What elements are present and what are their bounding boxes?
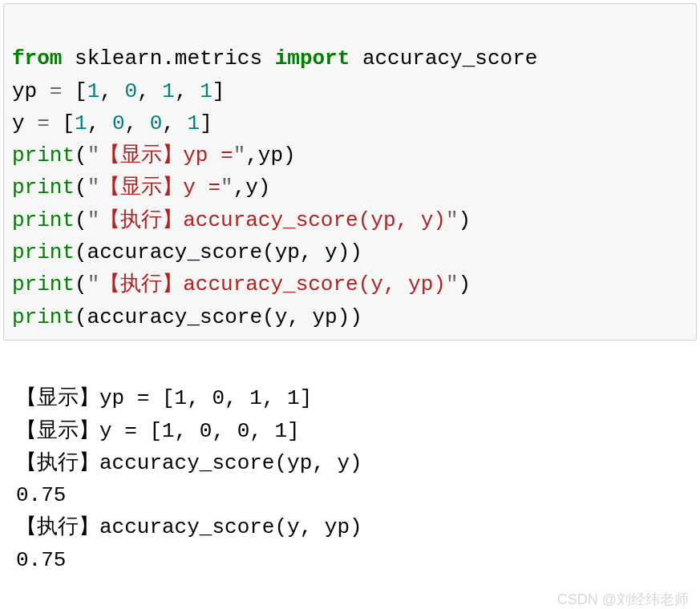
output-cell: 【显示】yp = [1, 0, 1, 1] 【显示】y = [1, 0, 0, … <box>3 344 697 609</box>
keyword-from: from <box>12 46 62 71</box>
code-line-7: print(accuracy_score(yp, y)) <box>12 240 362 264</box>
output-line-6: 0.75 <box>16 548 66 572</box>
watermark: CSDN @刘经纬老师 <box>557 589 689 609</box>
output-line-1: 【显示】yp = [1, 0, 1, 1] <box>16 386 312 410</box>
output-line-2: 【显示】y = [1, 0, 0, 1] <box>16 419 300 443</box>
code-line-9: print(accuracy_score(y, yp)) <box>12 305 362 329</box>
code-line-5: print("【显示】y =",y) <box>12 175 270 200</box>
keyword-import: import <box>275 46 350 71</box>
code-cell: from sklearn.metrics import accuracy_sco… <box>3 3 697 341</box>
output-line-5: 【执行】accuracy_score(y, yp) <box>16 515 362 539</box>
code-line-2: yp = [1, 0, 1, 1] <box>12 79 225 103</box>
code-line-6: print("【执行】accuracy_score(yp, y)") <box>12 208 471 232</box>
code-line-1: from sklearn.metrics import accuracy_sco… <box>12 46 537 71</box>
code-line-8: print("【执行】accuracy_score(y, yp)") <box>12 272 471 296</box>
output-line-4: 0.75 <box>16 483 66 507</box>
code-line-4: print("【显示】yp =",yp) <box>12 143 296 167</box>
code-line-3: y = [1, 0, 0, 1] <box>12 111 212 135</box>
output-line-3: 【执行】accuracy_score(yp, y) <box>16 451 362 475</box>
